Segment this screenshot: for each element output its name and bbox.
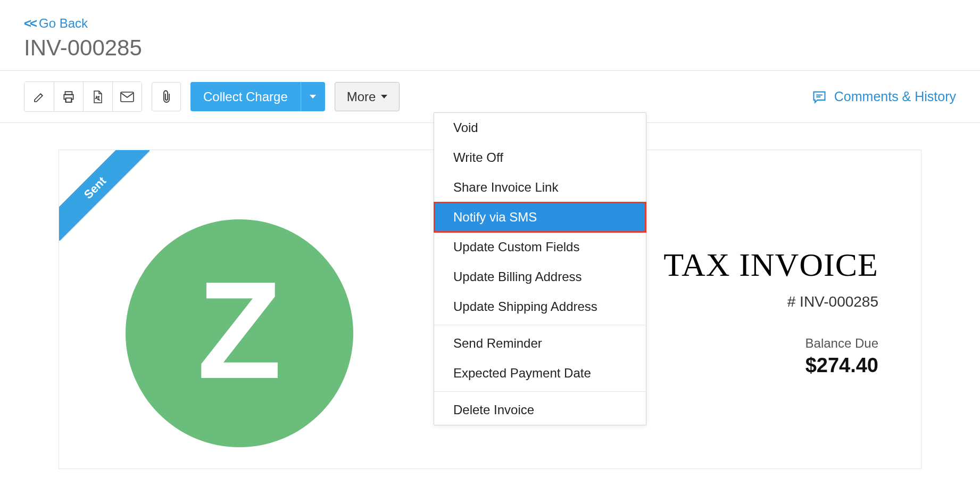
comments-history-link[interactable]: Comments & History [812,89,956,104]
envelope-icon [120,92,134,102]
dropdown-item-delete-invoice[interactable]: Delete Invoice [434,395,646,425]
pencil-icon [33,91,46,103]
chevron-left-double-icon: << [24,16,36,31]
pdf-button[interactable] [83,82,112,111]
more-dropdown: VoidWrite OffShare Invoice LinkNotify vi… [434,112,646,425]
page-header: << Go Back INV-000285 [0,0,980,70]
invoice-number: # INV-000285 [663,293,878,310]
attachment-button[interactable] [152,82,181,111]
print-button[interactable] [54,82,83,111]
go-back-link[interactable]: << Go Back [24,16,88,31]
balance-due-amount: $274.40 [663,354,878,377]
svg-rect-1 [66,98,72,102]
toolbar: Collect Charge More Comments & History V… [0,70,980,123]
dropdown-item-expected-payment-date[interactable]: Expected Payment Date [434,358,646,388]
dropdown-item-update-billing-address[interactable]: Update Billing Address [434,262,646,292]
dropdown-item-void[interactable]: Void [434,113,646,143]
printer-icon [62,90,76,104]
svg-rect-2 [121,92,134,102]
comment-icon [812,89,827,104]
dropdown-separator [434,391,646,392]
dropdown-item-send-reminder[interactable]: Send Reminder [434,328,646,358]
dropdown-item-update-custom-fields[interactable]: Update Custom Fields [434,232,646,262]
caret-down-icon [310,95,316,98]
paperclip-icon [161,90,172,104]
logo-letter: Z [197,261,282,399]
action-icon-group [24,81,142,112]
company-logo: Z [126,219,353,447]
email-button[interactable] [112,82,142,111]
comments-history-label: Comments & History [834,89,956,104]
status-ribbon: Sent [59,150,150,241]
status-ribbon-label: Sent [59,150,150,241]
balance-due-label: Balance Due [663,336,878,351]
pdf-file-icon [92,90,104,104]
dropdown-separator [434,325,646,325]
dropdown-item-write-off[interactable]: Write Off [434,143,646,172]
caret-down-icon [381,95,387,98]
collect-charge-dropdown-toggle[interactable] [301,82,325,111]
edit-button[interactable] [24,82,54,111]
collect-charge-label: Collect Charge [203,89,288,104]
collect-charge-split: Collect Charge [190,82,325,111]
more-button[interactable]: More [335,82,400,111]
more-label: More [347,89,376,104]
dropdown-item-update-shipping-address[interactable]: Update Shipping Address [434,292,646,322]
dropdown-item-share-invoice-link[interactable]: Share Invoice Link [434,172,646,202]
dropdown-item-notify-via-sms[interactable]: Notify via SMS [434,202,646,232]
invoice-meta: TAX INVOICE # INV-000285 Balance Due $27… [663,171,900,377]
invoice-heading: TAX INVOICE [663,246,878,284]
collect-charge-button[interactable]: Collect Charge [190,82,301,111]
page-title: INV-000285 [24,35,956,61]
go-back-label: Go Back [39,16,88,31]
